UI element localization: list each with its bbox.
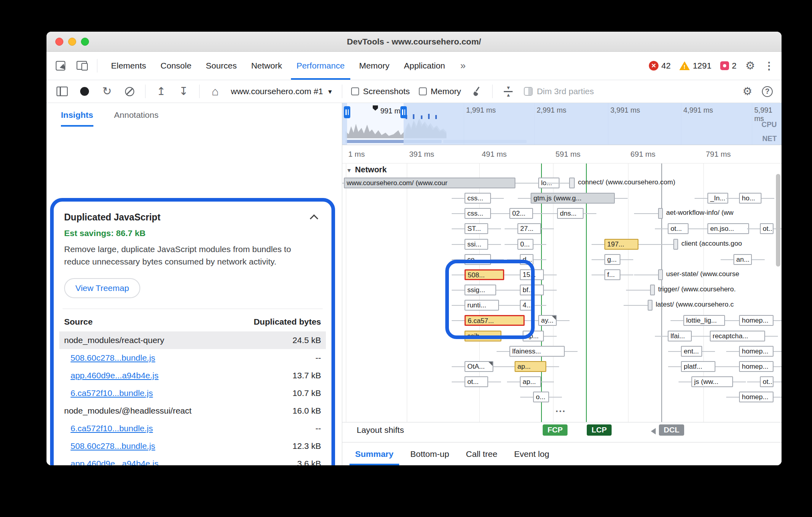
network-request-box[interactable]: ST...	[465, 223, 488, 234]
network-request-box[interactable]: ap...	[520, 376, 541, 387]
selection-left-handle[interactable]	[344, 106, 350, 118]
source-file-link[interactable]: app.460d9e...a94b4e.js	[71, 371, 159, 380]
network-request-box[interactable]: ssi...	[465, 239, 488, 250]
network-request-label[interactable]: user-state/ (www.course	[666, 270, 739, 278]
network-request-box[interactable]: lfainess...	[509, 346, 565, 357]
selection-right-handle[interactable]	[400, 106, 407, 118]
toggle-sidebar-icon[interactable]	[55, 85, 69, 98]
details-tab-call-tree[interactable]: Call tree	[461, 442, 503, 465]
network-request-label[interactable]: trigger/ (www.coursehero.	[658, 285, 736, 293]
network-request-bar[interactable]: gtm.js (www.g...	[531, 193, 615, 204]
table-row[interactable]: app.460d9e...a94b4e.js3.6 kB	[59, 455, 326, 465]
network-request-box[interactable]: o...	[533, 392, 549, 402]
source-file-link[interactable]: 508.60c278...bundle.js	[71, 441, 155, 451]
network-request-box[interactable]: homep...	[739, 346, 774, 357]
view-treemap-button[interactable]: View Treemap	[64, 278, 140, 298]
network-request-box[interactable]: homep...	[739, 392, 774, 402]
network-request-box[interactable]: css...	[465, 193, 491, 204]
network-request-label[interactable]: latest/ (www.coursehero.c	[656, 301, 734, 309]
collapse-chevron-icon[interactable]	[310, 213, 319, 222]
network-request-flag[interactable]: OtA...	[465, 361, 493, 372]
network-request-box[interactable]: ent...	[681, 346, 702, 357]
network-request-box[interactable]: ho...	[739, 193, 762, 204]
capture-settings-gear-icon[interactable]: ⚙	[743, 86, 752, 97]
table-row[interactable]: app.460d9e...a94b4e.js13.7 kB	[59, 367, 326, 384]
upload-profile-icon[interactable]: ↥	[154, 85, 168, 98]
tab-sources[interactable]: Sources	[200, 52, 242, 80]
network-request-yellow[interactable]: ssib...	[465, 331, 501, 341]
network-request-box[interactable]: ssig...	[465, 285, 496, 295]
network-request-box[interactable]: en.jso...	[707, 223, 749, 234]
network-request-box[interactable]: js (ww...	[691, 376, 733, 387]
table-row[interactable]: 508.60c278...bundle.js12.3 kB	[59, 437, 326, 455]
tab-elements[interactable]: Elements	[105, 52, 152, 80]
inspect-element-icon[interactable]	[54, 59, 67, 73]
gc-brush-icon[interactable]	[470, 85, 483, 98]
network-request-box[interactable]: d...	[520, 254, 533, 265]
fcp-badge[interactable]: FCP	[543, 424, 568, 436]
home-icon[interactable]: ⌂	[208, 85, 222, 98]
tab-console[interactable]: Console	[155, 52, 197, 80]
more-requests-ellipsis[interactable]: ...	[545, 403, 577, 414]
network-section-header[interactable]: ▼Network	[346, 165, 387, 174]
help-icon[interactable]: ?	[762, 86, 773, 97]
issues-count-badge[interactable]: 2	[720, 61, 737, 71]
network-request-box[interactable]: g...	[604, 254, 620, 265]
details-tab-event-log[interactable]: Event log	[509, 442, 555, 465]
screenshots-checkbox[interactable]: Screenshots	[351, 87, 410, 96]
network-request-box[interactable]: ot...	[760, 223, 774, 234]
network-request-box[interactable]: ot...	[668, 223, 689, 234]
network-request-box[interactable]: 15...	[520, 269, 544, 280]
record-button[interactable]	[78, 85, 91, 98]
more-tabs-button[interactable]: »	[459, 60, 467, 71]
details-tab-summary[interactable]: Summary	[349, 442, 399, 465]
lcp-badge[interactable]: LCP	[587, 424, 612, 436]
network-request-box[interactable]: 4...	[520, 300, 533, 311]
settings-gear-icon[interactable]: ⚙	[745, 61, 755, 71]
network-request-box[interactable]: homep...	[739, 315, 774, 326]
network-request-bar[interactable]	[650, 285, 655, 295]
more-options-icon[interactable]: ⋮	[764, 61, 774, 71]
source-file-link[interactable]: app.460d9e...a94b4e.js	[71, 459, 159, 465]
sidebar-tab-insights[interactable]: Insights	[61, 103, 93, 127]
network-request-box[interactable]: dns...	[557, 208, 584, 219]
error-count-badge[interactable]: ✕ 42	[649, 61, 671, 71]
network-request-flagged[interactable]: 6.ca57...	[465, 315, 525, 326]
network-request-box[interactable]: 02...	[509, 208, 533, 219]
table-row[interactable]: node_modules/react-query24.5 kB	[59, 331, 326, 349]
network-request-box[interactable]: homep...	[739, 361, 774, 372]
network-request-box[interactable]: co...	[465, 254, 491, 265]
network-request-box[interactable]: lottie_lig...	[683, 315, 725, 326]
network-request-label[interactable]: aet-workflow-info/ (ww	[666, 209, 733, 217]
network-request-label[interactable]: connect/ (www.coursehero.com)	[578, 178, 675, 186]
table-row[interactable]: 6.ca572f10...bundle.js10.7 kB	[59, 384, 326, 402]
memory-checkbox[interactable]: Memory	[419, 87, 461, 96]
target-selector[interactable]: www.coursehero.com #1 ▼	[231, 87, 333, 96]
details-tab-bottom-up[interactable]: Bottom-up	[405, 442, 455, 465]
network-request-bar[interactable]	[648, 300, 652, 311]
clear-recording-icon[interactable]	[123, 85, 136, 98]
network-request-box[interactable]: _In...	[707, 193, 728, 204]
network-request-box[interactable]: an...	[733, 254, 752, 265]
source-file-link[interactable]: 508.60c278...bundle.js	[71, 353, 155, 363]
network-request-box[interactable]: ot...	[465, 376, 488, 387]
network-request-bar[interactable]	[658, 269, 663, 280]
tab-network[interactable]: Network	[246, 52, 288, 80]
network-request-box[interactable]: lfai...	[668, 331, 692, 341]
tab-application[interactable]: Application	[398, 52, 451, 80]
network-request-box[interactable]: platf...	[681, 361, 715, 372]
network-request-yellow[interactable]: ap...	[515, 361, 546, 372]
dcl-badge[interactable]: DCL	[659, 424, 684, 436]
network-request-box[interactable]: 27...	[517, 223, 541, 234]
network-request-box[interactable]: f...	[604, 269, 620, 280]
network-request-flagged[interactable]: 508...	[465, 269, 504, 280]
source-file-link[interactable]: 6.ca572f10...bundle.js	[71, 424, 153, 433]
network-request-box[interactable]: 0...	[517, 239, 533, 250]
source-file-link[interactable]: 6.ca572f10...bundle.js	[71, 388, 153, 398]
sidebar-tab-annotations[interactable]: Annotations	[114, 103, 159, 127]
network-request-flag[interactable]: ay...	[538, 315, 557, 326]
network-request-bar[interactable]	[569, 178, 575, 188]
network-request-bar[interactable]: www.coursehero.com/ (www.cour	[344, 178, 515, 188]
table-row[interactable]: node_modules/@headlessui/react16.0 kB	[59, 402, 326, 420]
tab-performance[interactable]: Performance	[291, 52, 350, 80]
